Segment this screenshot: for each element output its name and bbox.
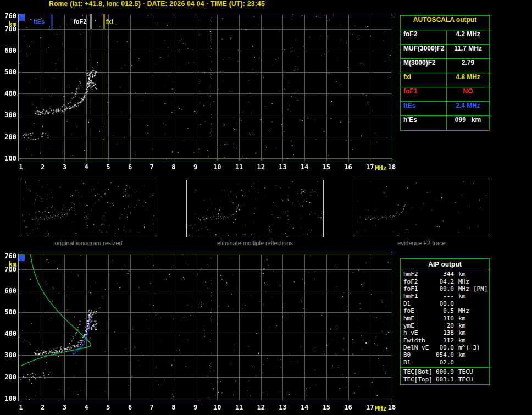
thumbnail-canvas-f2	[353, 180, 490, 237]
y-tick-label: 400	[1, 90, 16, 97]
x-tick-label: 15	[319, 403, 334, 411]
x-tick-label: 9	[189, 163, 203, 171]
aip-row-value: 110	[435, 315, 454, 322]
aip-row: ymE20km	[401, 322, 489, 329]
aip-row: D100.0	[401, 300, 489, 307]
aip-row: TEC[Top]003.1TECU	[401, 375, 489, 383]
aip-row-value: 00.0	[435, 285, 454, 292]
x-tick-label: 3	[57, 163, 71, 171]
x-tick-label: 2	[36, 163, 50, 171]
y-tick-label: 100	[1, 395, 16, 402]
aip-row-value: 000.9	[435, 368, 454, 375]
aip-row-unit: MHz	[454, 307, 469, 314]
autoscala-row-value: 11.7 MHz	[447, 45, 489, 58]
thumbnail-original-ionogram	[20, 180, 157, 237]
x-tick-label: 14	[297, 163, 312, 171]
x-tick-label: 4	[79, 163, 93, 171]
x-tick-label: 3	[57, 403, 71, 411]
aip-row-unit: m^(-3)	[454, 344, 480, 351]
autoscala-row: fxI4.8 MHz	[401, 73, 489, 87]
aip-row-label: hmE	[401, 315, 435, 322]
x-tick-label: 4	[79, 403, 93, 411]
aip-row-label: DelN_vE	[401, 344, 435, 351]
aip-row-label: foF2	[401, 278, 435, 285]
aip-row-unit: km	[454, 337, 465, 344]
aip-row-label: ymE	[401, 322, 435, 329]
aip-row-label: B0	[401, 351, 435, 358]
aip-row-value: 344	[435, 270, 454, 278]
aip-row-label: hmF1	[401, 292, 435, 300]
autoscala-row-label: MUF(3000)F2	[401, 45, 447, 58]
thumbnail-caption-original: original ionogram resized	[20, 240, 157, 246]
y-tick-label: 600	[1, 287, 16, 295]
aip-row-unit: km	[454, 322, 465, 329]
x-tick-label: 10	[210, 403, 224, 411]
autoscala-output-table: AUTOSCALA output foF24.2 MHzMUF(3000)F21…	[400, 15, 490, 131]
y-tick-label: 200	[1, 133, 16, 141]
autoscala-row-label: h'Es	[401, 116, 447, 130]
y-tick-label: 300	[1, 351, 16, 359]
aip-row: hmE110km	[401, 314, 489, 322]
autoscala-row: ftEs2.4 MHz	[401, 102, 489, 116]
aip-row-value: 054.0	[435, 351, 454, 358]
autoscala-row: MUF(3000)F211.7 MHz	[401, 45, 489, 59]
aip-row-unit: TECU	[454, 368, 473, 375]
x-tick-label: 7	[145, 403, 159, 411]
autoscala-row: h'Es099 km	[401, 116, 489, 130]
aip-output-rows: hmF2344kmfoF204.2MHzfoF100.0MHz[PN]hmF1-…	[401, 270, 489, 366]
aip-row-value: 00.0	[435, 344, 454, 351]
autoscala-row-label: ftEs	[401, 102, 447, 115]
ionogram-canvas-bottom	[19, 254, 392, 401]
autoscala-row-label: fxI	[401, 73, 447, 87]
thumbnail-multiple-reflections	[186, 180, 324, 237]
aip-row: foF204.2MHz	[401, 278, 489, 285]
aip-row-label: hmF2	[401, 270, 435, 278]
autoscala-output-rows: foF24.2 MHzMUF(3000)F211.7 MHzM(3000)F22…	[401, 30, 489, 130]
x-tick-label: 12	[254, 163, 268, 171]
aip-row-label: TEC[Bot]	[401, 368, 435, 375]
aip-row-note: [PN]	[469, 285, 488, 292]
autoscala-row: foF1NO	[401, 87, 489, 102]
aip-row-value: 00.0	[435, 300, 454, 307]
y-tick-label: 760	[1, 12, 16, 20]
x-tick-label: 12	[254, 403, 268, 411]
x-tick-label: 1	[14, 403, 28, 411]
x-tick-label: 10	[210, 163, 224, 171]
aip-row-value: 0.5	[435, 307, 454, 314]
thumbnail-canvas-reflections	[187, 180, 323, 237]
aip-row-label: h_vE	[401, 329, 435, 336]
autoscala-row-label: foF2	[401, 30, 447, 44]
page-title: Rome (lat: +41.8, lon: 012.5) - DATE: 20…	[49, 0, 265, 8]
aip-row-unit: km	[454, 351, 465, 358]
ionogram-plot-top	[18, 14, 392, 161]
aip-row-value: 112	[435, 337, 454, 344]
aip-row-value: 138	[435, 329, 454, 336]
aip-row-label: TEC[Top]	[401, 376, 435, 383]
y-tick-label: 300	[1, 111, 16, 119]
aip-row: B0054.0km	[401, 351, 489, 358]
x-tick-label: 11	[232, 163, 246, 171]
aip-row: TEC[Bot]000.9TECU	[401, 368, 489, 375]
aip-row-unit: km	[454, 270, 465, 278]
y-tick-label: 760	[1, 252, 16, 260]
aip-row-value: 20	[435, 322, 454, 329]
aip-row-unit: TECU	[454, 376, 473, 383]
y-tick-label: 700	[1, 25, 16, 33]
aip-row: DelN_vE00.0m^(-3)	[401, 344, 489, 351]
x-tick-label: 15	[319, 163, 334, 171]
aip-row: foF100.0MHz[PN]	[401, 285, 489, 292]
y-tick-label: 500	[1, 308, 16, 316]
x-tick-label: 5	[101, 403, 115, 411]
x-tick-label: 16	[341, 163, 356, 171]
aip-row-label: foF1	[401, 285, 435, 292]
autoscala-row-value: 2.79	[447, 59, 489, 73]
autoscala-row-label: foF1	[401, 87, 447, 101]
thumbnail-caption-f2: evidence F2 trace	[353, 240, 490, 246]
x-tick-label: 8	[167, 163, 181, 171]
thumbnail-f2-trace	[353, 180, 490, 237]
x-tick-label: 18	[385, 163, 399, 171]
x-tick-label: 13	[275, 403, 290, 411]
aip-output-title: AIP output	[401, 259, 489, 270]
y-tick-label: 500	[1, 68, 16, 76]
aip-row-label: foE	[401, 307, 435, 314]
